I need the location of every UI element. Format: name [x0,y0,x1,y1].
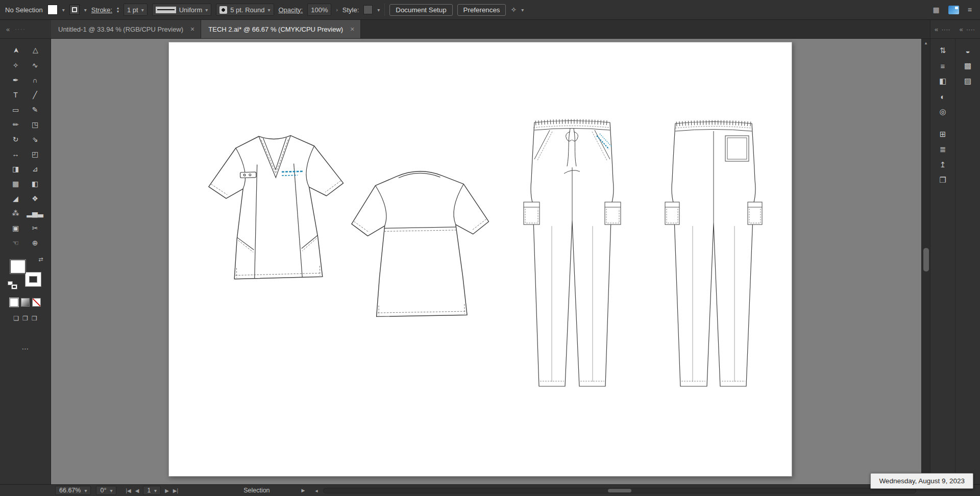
magic-wand-tool[interactable]: ✧ [6,58,26,72]
artboard-tool[interactable]: ▣ [6,220,26,235]
draw-inside-icon[interactable]: ❒ [32,315,37,322]
style-chevron-icon[interactable]: ▾ [377,7,380,13]
control-panel-menu-icon[interactable]: ≡ [968,6,972,14]
mesh-tool[interactable]: ▦ [6,176,26,191]
pencil-tool[interactable]: ✏ [6,117,26,132]
opacity-dropdown[interactable]: 100% [307,4,331,16]
tab-untitled-1[interactable]: Untitled-1 @ 33.94 % (RGB/CPU Preview) × [51,20,201,38]
edit-toolbar-icon[interactable]: ⋯ [22,344,29,353]
previous-artboard-button[interactable]: ◀ [135,488,139,493]
column-graph-tool[interactable]: ▂▅▃ [26,206,45,220]
direct-selection-tool[interactable]: ▷ [26,43,45,58]
slice-tool[interactable]: ✂ [26,220,45,235]
color-panel[interactable]: ◒ [955,43,980,58]
status-expand-icon[interactable]: ▶ [302,488,305,493]
artboard-number-dropdown[interactable]: 1 ▾ [143,486,161,495]
type-tool[interactable]: T [6,87,26,102]
layers-panel[interactable]: ≣ [930,142,955,157]
preferences-button[interactable]: Preferences [457,4,506,16]
appearance-panel[interactable]: ◎ [930,104,955,119]
rectangle-tool[interactable]: ▭ [6,102,26,117]
last-artboard-button[interactable]: ▶| [173,488,178,493]
rotate-tool[interactable]: ↻ [6,132,26,146]
gradient-button[interactable] [21,298,30,307]
arrange-documents-icon[interactable]: ▦ [933,6,940,14]
properties-panel[interactable]: ≡ [930,58,955,73]
symbol-sprayer-tool[interactable]: ⁂ [6,206,26,220]
line-segment-tool[interactable]: ╱ [26,87,45,102]
transparency-panel[interactable]: ◐ [930,89,955,104]
opacity-panel-link[interactable]: Opacity: [279,6,303,14]
color-button[interactable] [10,298,18,307]
opacity-expand-icon[interactable]: › [336,7,337,13]
canvas-pasteboard[interactable]: ▴ ▾ [51,39,930,484]
tab-tech-2[interactable]: TECH 2.ai* @ 66.67 % (CMYK/CPU Preview) … [201,20,361,38]
graphic-style-swatch[interactable] [363,5,373,14]
fill-chevron-icon[interactable]: ▾ [62,7,65,13]
fill-color-swatch[interactable] [47,5,58,15]
gradient-tool[interactable]: ◧ [26,176,45,191]
tab-close-icon[interactable]: × [190,25,194,33]
eyedropper-tool[interactable]: ◢ [6,191,26,206]
zoom-chevron-icon[interactable]: ▾ [84,488,87,493]
stroke-chevron-icon[interactable]: ▾ [84,7,87,13]
free-transform-tool[interactable]: ◰ [26,146,45,161]
brush-dropdown[interactable]: 5 pt. Round ▾ [216,4,274,16]
scrub-top-front-drawing[interactable] [195,127,358,293]
dock-outer-drag-dots-icon[interactable]: ···· [966,26,975,33]
scale-tool[interactable]: ⇘ [26,132,45,146]
width-tool[interactable]: ↔ [6,146,26,161]
pattern-panel[interactable]: ▨ [955,73,980,89]
scrub-top-back-drawing[interactable] [339,161,502,333]
first-artboard-button[interactable]: |◀ [126,488,131,493]
document-setup-button[interactable]: Document Setup [389,4,452,16]
zoom-dropdown[interactable]: 66.67% ▾ [55,486,91,495]
rotation-dropdown[interactable]: 0° ▾ [96,486,116,495]
workspace-switcher-icon[interactable] [948,6,959,14]
export-panel[interactable]: ↥ [930,157,955,172]
lasso-tool[interactable]: ∿ [26,58,45,72]
horizontal-scrollbar[interactable] [323,488,916,493]
toolbar-drag-dots-icon[interactable]: ···· [15,27,26,32]
select-similar-chevron-icon[interactable]: ▾ [521,7,524,13]
dock-inner-collapse-icon[interactable]: « [935,26,938,33]
eraser-tool[interactable]: ◳ [26,117,45,132]
dock-outer-collapse-icon[interactable]: « [960,26,963,33]
scroll-left-icon[interactable]: ◂ [315,488,318,493]
draw-normal-icon[interactable]: ❏ [13,315,19,322]
none-button[interactable] [32,298,41,307]
curvature-tool[interactable]: ∩ [26,72,45,87]
artboards-panel[interactable]: ⊞ [930,127,955,142]
stepper-down-icon[interactable]: ▾ [117,10,119,13]
swap-fill-stroke-icon[interactable]: ⇄ [38,256,43,263]
brush-chevron-icon[interactable]: ▾ [267,7,270,13]
fill-swatch[interactable] [10,259,26,274]
toolbar-collapse-icon[interactable]: « [6,26,10,33]
horizontal-scroll-thumb[interactable] [608,489,631,492]
tab-close-icon[interactable]: × [350,25,354,33]
libraries-panel[interactable]: ❐ [930,172,955,188]
stroke-weight-dropdown[interactable]: 1 pt ▾ [124,4,148,16]
draw-behind-icon[interactable]: ❐ [22,315,28,322]
blend-tool[interactable]: ❖ [26,191,45,206]
selection-tool[interactable]: ➤ [6,43,26,58]
shape-builder-tool[interactable]: ◨ [6,161,26,176]
artboard-chevron-icon[interactable]: ▾ [154,488,157,493]
stroke-weight-chevron-icon[interactable]: ▾ [141,7,144,13]
dock-inner-drag-dots-icon[interactable]: ···· [941,26,950,33]
rotation-chevron-icon[interactable]: ▾ [110,488,112,493]
default-fill-stroke-icon[interactable] [8,281,17,289]
scrub-pants-back-drawing[interactable] [664,116,763,391]
transform-panel[interactable]: ⇅ [930,43,955,58]
scrub-pants-front-drawing[interactable] [522,116,622,391]
stroke-weight-stepper[interactable]: ▴ ▾ [117,6,119,13]
swatches-panel[interactable]: ▩ [955,58,980,73]
width-profile-chevron-icon[interactable]: ▾ [205,7,208,13]
select-similar-icon[interactable]: ✧ [510,6,517,14]
paintbrush-tool[interactable]: ✎ [26,102,45,117]
scroll-up-icon[interactable]: ▴ [922,40,930,45]
hand-tool[interactable]: ☜ [6,235,26,250]
vertical-scrollbar[interactable]: ▴ ▾ [921,39,930,484]
zoom-tool[interactable]: ⊕ [26,235,45,250]
stroke-color-swatch[interactable] [69,5,80,15]
